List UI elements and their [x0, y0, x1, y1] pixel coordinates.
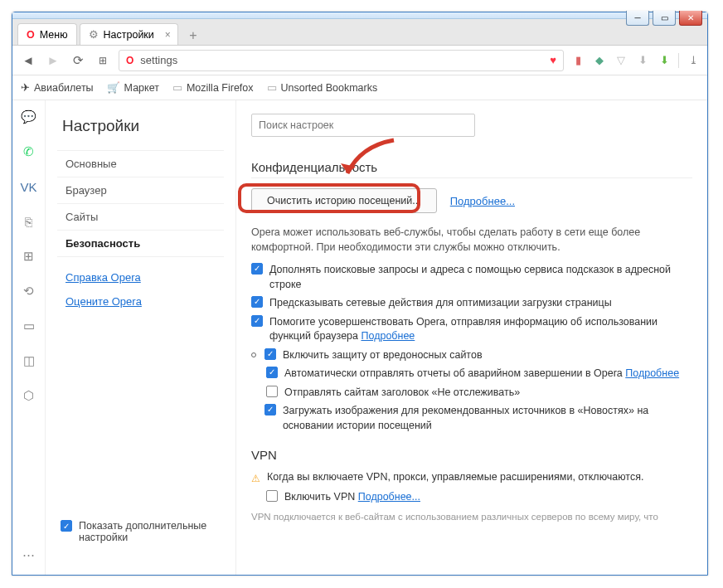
bookmark-flights[interactable]: ✈Авиабилеты [21, 81, 94, 94]
opt-malware[interactable]: ✓ Включить защиту от вредоносных сайтов [251, 348, 692, 363]
folder-icon: ▭ [267, 81, 277, 94]
radio-icon [251, 352, 256, 357]
new-tab-button[interactable]: + [183, 27, 203, 45]
vpn-learn-more[interactable]: Подробнее... [358, 491, 420, 503]
opt-predict[interactable]: ✓ Предсказывать сетевые действия для опт… [251, 296, 692, 311]
settings-main: Конфиденциальность Очистить историю посе… [236, 100, 707, 575]
bookmark-firefox[interactable]: ▭Mozilla Firefox [172, 81, 254, 94]
checkbox-icon[interactable]: ✓ [264, 348, 276, 360]
content-area: 💬 ✆ VK ⎘ ⊞ ⟲ ▭ ◫ ⬡ ⋯ Настройки Основные … [12, 100, 707, 575]
heart-icon[interactable]: ♥ [550, 54, 556, 66]
tab-title: Настройки [104, 29, 154, 41]
news-icon[interactable]: ◫ [21, 352, 37, 369]
bookmarks-bar: ✈Авиабилеты 🛒Маркет ▭Mozilla Firefox ▭Un… [12, 75, 707, 100]
opt-autocomplete[interactable]: ✓ Дополнять поисковые запросы и адреса с… [251, 263, 692, 292]
privacy-header: Конфиденциальность [251, 160, 692, 178]
checkbox-icon[interactable] [266, 490, 278, 502]
settings-search-input[interactable] [259, 119, 468, 131]
maximize-button[interactable]: ▭ [653, 11, 676, 26]
back-button[interactable]: ◄ [19, 51, 37, 70]
vpn-warning: ⚠ Когда вы включаете VPN, прокси, управл… [251, 470, 692, 486]
sidebar-item-sites[interactable]: Сайты [57, 203, 224, 230]
opera-o-icon: O [27, 29, 35, 41]
history-icon[interactable]: ⟲ [21, 283, 37, 299]
window-controls: ─ ▭ ✕ [626, 11, 702, 26]
ext-icon-5[interactable]: ⬇ [657, 53, 672, 68]
ext-icon-4[interactable]: ⬇ [635, 53, 650, 68]
privacy-description: Opera может использовать веб-службы, что… [251, 225, 692, 255]
opt-enable-vpn[interactable]: Включить VPN Подробнее... [251, 490, 692, 505]
ext-icon-3[interactable]: ▽ [614, 53, 628, 68]
checkbox-icon[interactable]: ✓ [251, 263, 263, 275]
settings-sidebar: Настройки Основные Браузер Сайты Безопас… [46, 100, 236, 575]
checkbox-icon[interactable]: ✓ [251, 315, 263, 327]
plane-icon: ✈ [21, 81, 30, 94]
side-rail: 💬 ✆ VK ⎘ ⊞ ⟲ ▭ ◫ ⬡ ⋯ [12, 100, 46, 575]
checkbox-icon[interactable]: ✓ [266, 367, 278, 378]
speed-dial-icon[interactable]: ⊞ [94, 51, 112, 70]
folder-icon: ▭ [172, 81, 182, 94]
tab-settings[interactable]: ⚙ Настройки × [80, 23, 178, 45]
warning-icon: ⚠ [251, 472, 260, 486]
show-advanced-row[interactable]: ✓ Показать дополнительные настройки [57, 520, 224, 558]
grid-icon[interactable]: ⊞ [21, 248, 37, 265]
address-bar: ◄ ► ⟳ ⊞ O ♥ ▮ ◆ ▽ ⬇ ⬇ ⤓ [12, 46, 707, 75]
opera-logo-icon: O [126, 55, 133, 66]
vpn-footnote: VPN подключается к веб-сайтам с использо… [251, 512, 692, 522]
opt-crash-reports[interactable]: ✓ Автоматически отправлять отчеты об ава… [251, 367, 692, 381]
checkbox-icon[interactable]: ✓ [251, 296, 263, 308]
menu-label: Меню [40, 29, 68, 41]
sidebar-item-browser[interactable]: Браузер [57, 177, 224, 203]
improve-learn-more[interactable]: Подробнее [361, 330, 415, 342]
messenger-icon[interactable]: 💬 [21, 109, 37, 125]
checkbox-icon[interactable] [266, 386, 278, 397]
app-window: ─ ▭ ✕ O Меню ⚙ Настройки × + ◄ ► ⟳ ⊞ O ♥… [12, 12, 708, 576]
cart-icon: 🛒 [107, 81, 120, 94]
show-advanced-label: Показать дополнительные настройки [79, 520, 221, 543]
gear-icon: ⚙ [89, 28, 99, 41]
forward-button[interactable]: ► [44, 51, 62, 70]
bookmark-market[interactable]: 🛒Маркет [107, 81, 159, 94]
address-field[interactable]: O ♥ [119, 50, 564, 71]
camera-icon[interactable]: ⎘ [21, 213, 37, 230]
opt-news-images[interactable]: ✓ Загружать изображения для рекомендован… [251, 404, 692, 433]
separator [678, 53, 679, 68]
opt-improve[interactable]: ✓ Помогите усовершенствовать Opera, отпр… [251, 315, 692, 344]
checkbox-icon[interactable]: ✓ [264, 404, 276, 415]
sidebar-item-basic[interactable]: Основные [57, 150, 224, 177]
more-rail-icon[interactable]: ⋯ [21, 547, 37, 563]
titlebar [12, 12, 707, 19]
crash-learn-more[interactable]: Подробнее [625, 367, 679, 379]
tab-strip: O Меню ⚙ Настройки × + [12, 19, 707, 46]
cube-icon[interactable]: ⬡ [21, 387, 37, 404]
bookmark-unsorted[interactable]: ▭Unsorted Bookmarks [267, 81, 378, 94]
downloads-icon[interactable]: ⤓ [686, 53, 701, 68]
ext-icon-1[interactable]: ▮ [570, 53, 585, 68]
close-window-button[interactable]: ✕ [679, 11, 702, 26]
ext-icon-2[interactable]: ◆ [592, 53, 607, 68]
clear-history-button[interactable]: Очистить историю посещений... [251, 188, 437, 213]
vk-icon[interactable]: VK [21, 178, 37, 195]
opt-dnt[interactable]: Отправлять сайтам заголовок «Не отслежив… [251, 386, 692, 401]
settings-search[interactable] [251, 114, 475, 137]
close-tab-icon[interactable]: × [165, 29, 171, 41]
help-link[interactable]: Справка Opera [57, 265, 224, 289]
clear-history-row: Очистить историю посещений... Подробнее.… [251, 188, 692, 213]
opera-menu-button[interactable]: O Меню [17, 23, 77, 45]
sidebar-item-security[interactable]: Безопасность [57, 230, 224, 256]
vpn-header: VPN [251, 448, 692, 462]
bookmark-rail-icon[interactable]: ▭ [21, 318, 37, 334]
minimize-button[interactable]: ─ [626, 11, 649, 26]
rate-link[interactable]: Оцените Opera [57, 289, 224, 313]
show-advanced-checkbox[interactable]: ✓ [61, 520, 72, 532]
settings-title: Настройки [57, 117, 224, 135]
reload-button[interactable]: ⟳ [69, 51, 87, 70]
address-input[interactable] [140, 54, 543, 66]
whatsapp-icon[interactable]: ✆ [21, 143, 37, 160]
privacy-learn-more-link[interactable]: Подробнее... [450, 195, 515, 207]
